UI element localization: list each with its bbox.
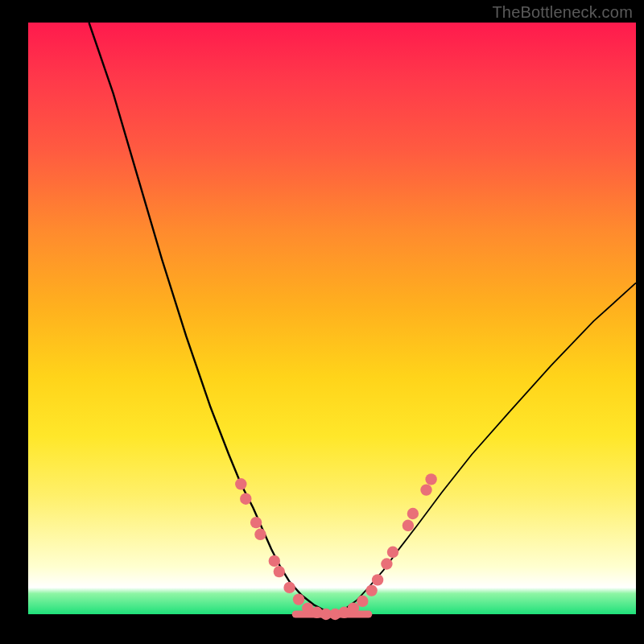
marker-dot bbox=[372, 574, 383, 585]
marker-dot bbox=[235, 478, 246, 489]
right-curve-path bbox=[332, 283, 637, 614]
marker-dot bbox=[407, 508, 419, 519]
marker-dot bbox=[240, 493, 251, 505]
marker-dot bbox=[274, 566, 285, 577]
marker-dot bbox=[348, 602, 359, 613]
marker-dot bbox=[269, 555, 280, 567]
marker-dot bbox=[365, 584, 377, 596]
marker-dot bbox=[254, 529, 266, 540]
marker-dot bbox=[293, 593, 304, 605]
marker-dot bbox=[250, 517, 262, 528]
marker-dot bbox=[381, 558, 392, 569]
marker-dot bbox=[425, 473, 436, 485]
marker-dots bbox=[235, 473, 437, 620]
marker-dot bbox=[420, 484, 431, 495]
chart-frame: TheBottleneck.com bbox=[0, 0, 644, 644]
marker-dot bbox=[402, 520, 414, 531]
marker-dot bbox=[357, 596, 368, 607]
marker-dot bbox=[283, 582, 295, 593]
chart-svg bbox=[28, 23, 636, 614]
left-curve-path bbox=[89, 23, 332, 614]
marker-dot bbox=[387, 547, 398, 558]
plot-area bbox=[28, 23, 636, 614]
watermark-text: TheBottleneck.com bbox=[492, 3, 633, 22]
